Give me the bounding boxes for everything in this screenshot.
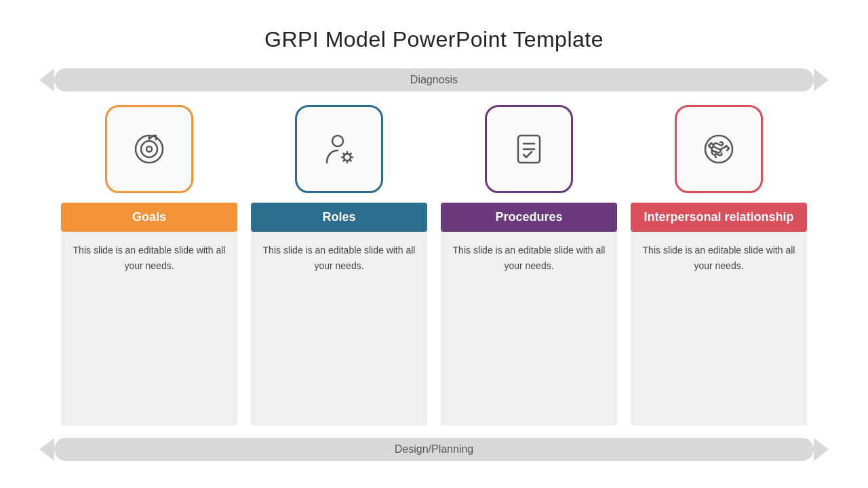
interpersonal-body: This slide is an editable slide with all… xyxy=(631,232,807,426)
checklist-icon xyxy=(509,129,549,169)
goals-header: Goals xyxy=(61,203,237,232)
procedures-header: Procedures xyxy=(441,203,617,232)
interpersonal-icon-box xyxy=(675,105,763,193)
card-goals: Goals This slide is an editable slide wi… xyxy=(61,105,237,426)
slide-title: GRPI Model PowerPoint Template xyxy=(264,27,604,52)
person-gear-icon xyxy=(319,129,359,169)
design-planning-arrow-left xyxy=(39,438,54,461)
roles-header: Roles xyxy=(251,203,427,232)
diagnosis-arrow-bar: Diagnosis xyxy=(54,68,814,92)
svg-point-1 xyxy=(141,141,157,157)
goals-body: This slide is an editable slide with all… xyxy=(61,232,237,426)
diagnosis-arrow-left xyxy=(39,68,54,92)
procedures-icon-box xyxy=(485,105,573,193)
card-interpersonal: Interpersonal relationship This slide is… xyxy=(631,105,807,426)
diagnosis-arrow-right xyxy=(814,68,829,92)
diagnosis-label: Diagnosis xyxy=(410,74,458,86)
procedures-body: This slide is an editable slide with all… xyxy=(441,232,617,426)
design-planning-arrow-right xyxy=(814,438,829,461)
diagnosis-arrow-row: Diagnosis xyxy=(54,68,814,92)
roles-icon-box xyxy=(295,105,383,193)
design-planning-arrow-bar: Design/Planning xyxy=(54,438,814,461)
slide: GRPI Model PowerPoint Template Diagnosis xyxy=(27,14,841,474)
design-planning-arrow-row: Design/Planning xyxy=(54,438,814,461)
svg-point-5 xyxy=(332,136,343,146)
card-procedures: Procedures This slide is an editable sli… xyxy=(441,105,617,426)
interpersonal-header: Interpersonal relationship xyxy=(631,203,807,232)
goals-icon-box xyxy=(105,105,193,193)
design-planning-label: Design/Planning xyxy=(395,443,474,455)
svg-point-2 xyxy=(146,146,152,152)
card-roles: Roles This slide is an editable slide wi… xyxy=(251,105,427,426)
roles-body: This slide is an editable slide with all… xyxy=(251,232,427,426)
handshake-icon xyxy=(698,129,739,169)
cards-row: Goals This slide is an editable slide wi… xyxy=(54,105,814,426)
target-icon xyxy=(129,129,170,169)
